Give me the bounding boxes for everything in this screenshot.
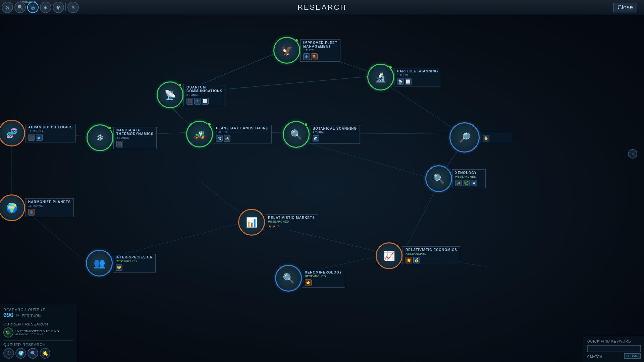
tech-node-relativistic-economics[interactable]: 📈 RELATIVISTIC ECONOMICS RESEARCHED ⭐ 💰 (376, 242, 460, 269)
close-button[interactable]: Close (613, 3, 637, 12)
tech-icon-harmonize-planets: 🌍 (0, 194, 25, 221)
tech-sub-icon: 🏗 (216, 135, 223, 142)
tech-icon-symbol: 📡 (164, 89, 176, 101)
nav-icon-overview[interactable]: ⊙ (2, 2, 13, 13)
tech-sub-icon: 🌿 (463, 180, 470, 186)
tech-icon-symbol: 📈 (383, 250, 395, 261)
tech-turns: 1 TURN (303, 49, 337, 52)
tech-icons-row: ✋ (483, 135, 510, 141)
tech-sub-icon: ⬛ (116, 141, 123, 147)
tech-icon-symbol: 🚜 (194, 129, 206, 140)
right-circle-button[interactable]: ○ (628, 149, 637, 159)
queued-icon-1[interactable]: 🛡 (3, 348, 14, 359)
tech-node-xenominerology[interactable]: 🔍 XENOMINEROLOGY RESEARCHED ⭐ (275, 265, 345, 292)
tech-node-advanced-biologics[interactable]: 🧬 ADVANCED BIOLOGICS 11 TURNS ⬛ 🐟 (0, 120, 76, 146)
nav-icon-missions[interactable]: ◈ (40, 2, 51, 13)
tech-icons-row: ✨ 🌿 ◆ (455, 180, 483, 186)
current-research-name: HYPERMAGNETIC SHIELDING (15, 329, 73, 333)
window-title: Research (298, 3, 346, 12)
tech-node-botanical-scanning[interactable]: 🔍 BOTANICAL SCANNING 1 TURN 🌊 (283, 121, 360, 148)
tech-node-planetary-landscaping[interactable]: 🚜 PLANETARY LANDSCAPING 1 TURN 🏗 🚜 (186, 121, 272, 147)
tech-info-quantum-communications: QUANTUMCOMMUNICATIONS 3 TURNS ⬛ ✈ ⬜ (183, 84, 225, 106)
tech-info-xenology: XENOLOGY RESEARCHED ✨ 🌿 ◆ (452, 169, 486, 188)
tech-turns: RESEARCHED (406, 252, 457, 255)
tech-icons-row: 🏗 🚜 (216, 135, 269, 142)
queued-icon-3[interactable]: 🔍 (28, 348, 38, 359)
tech-name: PARTICLE SCANNING (397, 69, 438, 73)
tech-node-relativistic-markets[interactable]: 📊 RELATIVISTIC MARKETS RESEARCHED ★ ★ ★ (238, 209, 318, 236)
tech-dot-nanoscale-thermodynamics (108, 126, 112, 130)
tech-info-botanical-scanning: BOTANICAL SCANNING 1 TURN 🌊 (310, 125, 360, 144)
tech-info-harmonize-planets: HARMONIZE PLANETS 11 TURNS 👤 (25, 198, 74, 217)
queued-icon-4[interactable]: 🌟 (40, 348, 50, 359)
tech-node-inter-species-hr[interactable]: 👥 INTER-SPECIES HR RESEARCHED 🤝 (86, 250, 156, 277)
tech-icon-symbol: 🔎 (459, 132, 471, 143)
tech-node-harmonize-planets[interactable]: 🌍 HARMONIZE PLANETS 11 TURNS 👤 (0, 194, 74, 221)
quick-find-input[interactable] (587, 345, 641, 352)
research-output-value: 696 (3, 312, 13, 319)
tech-info-relativistic-markets: RELATIVISTIC MARKETS RESEARCHED ★ ★ ★ (265, 214, 318, 230)
tech-dot-particle-scanning (388, 65, 392, 69)
connections-svg (0, 15, 644, 362)
tech-node-xenology[interactable]: 🔍 XENOLOGY RESEARCHED ✨ 🌿 ◆ (425, 165, 486, 192)
quick-find-label: QUICK FIND KEYWORD (587, 340, 641, 343)
tech-sub-icon: 🐟 (36, 134, 43, 141)
current-research-item: 🛡 HYPERMAGNETIC SHIELDING 415/10500 15 T… (3, 327, 73, 338)
nav-icon-diplomacy[interactable]: ◉ (53, 2, 64, 13)
tech-icons-row: 👤 (28, 209, 71, 216)
tech-icon-symbol: 📊 (246, 217, 258, 228)
tech-turns: 1 TURN (397, 73, 438, 77)
tech-icon-planetary-landscaping: 🚜 (186, 121, 213, 147)
tech-sub-icon: ⬛ (28, 134, 35, 141)
quick-find-input-row[interactable] (587, 345, 641, 352)
research-canvas[interactable]: 🦅 IMPROVED FLEETMANAGEMENT 1 TURN ✈ ⚙ 🔬 … (0, 15, 644, 362)
tech-sub-icon: ⬛ (186, 98, 193, 105)
tech-icon-advanced-biologics: 🧬 (0, 120, 25, 146)
tech-sub-icon: 📡 (397, 78, 404, 85)
tech-node-xenology-right[interactable]: 🔎 ✋ (449, 122, 513, 153)
locate-button[interactable]: LOCATE (624, 353, 641, 359)
tech-turns: RESEARCHED (455, 175, 483, 178)
tech-sub-icon: ⬜ (202, 98, 209, 105)
tech-sub-icon: ⭐ (305, 279, 312, 286)
tech-name: RELATIVISTIC ECONOMICS (406, 248, 457, 252)
research-output-label: RESEARCH OUTPUT (3, 308, 73, 312)
tech-name: IMPROVED FLEETMANAGEMENT (303, 41, 337, 48)
tech-icon-relativistic-markets: 📊 (238, 209, 265, 236)
tech-sub-icon: ✈ (194, 98, 201, 105)
nav-icon-globe[interactable]: 🔍 (14, 2, 26, 13)
tech-sub-icon: ✨ (455, 180, 462, 186)
tech-node-nanoscale-thermodynamics[interactable]: ❄ NANOSCALETHERMODYNAMICS 3 TURNS ⬛ (87, 124, 157, 151)
tech-icons-row: 🌊 (313, 135, 357, 142)
tech-sub-icon: 🚜 (224, 135, 230, 142)
tech-node-quantum-communications[interactable]: 📡 QUANTUMCOMMUNICATIONS 3 TURNS ⬛ ✈ ⬜ (157, 81, 225, 108)
tech-icon-xenology-right: 🔎 (449, 122, 480, 153)
title-bar: ⊙ 🔍 ◎ ◈ ◉ ✕ SHIELDING Research Close (0, 0, 644, 15)
tech-name: PLANETARY LANDSCAPING (216, 126, 269, 130)
tech-sub-icon: ⭐ (406, 257, 412, 263)
tech-sub-icon: ◆ (471, 180, 477, 186)
tech-icon-improved-fleet-management: 🦅 (273, 37, 300, 64)
tech-node-particle-scanning[interactable]: 🔬 PARTICLE SCANNING 1 TURN 📡 ⬜ (367, 64, 441, 90)
tech-icon-quantum-communications: 📡 (157, 81, 183, 108)
tech-dot-planetary-landscaping (207, 122, 211, 126)
tech-icons-row: ⭐ 💰 (406, 257, 457, 263)
tech-icon-particle-scanning: 🔬 (367, 64, 394, 90)
tech-turns: 3 TURNS (186, 93, 222, 97)
tech-icons-row: ⭐ (305, 279, 342, 286)
tech-icon-relativistic-economics: 📈 (376, 242, 402, 269)
tech-icon-symbol: 🔍 (290, 129, 302, 140)
tech-dot-quantum-communications (178, 83, 182, 87)
tech-info-advanced-biologics: ADVANCED BIOLOGICS 11 TURNS ⬛ 🐟 (25, 124, 76, 142)
current-research-progress: 415/10500 15 TURNS (15, 333, 73, 336)
tech-icon-symbol: 🧬 (6, 128, 18, 139)
tech-icons-row: ✈ ⚙ (303, 53, 337, 60)
tech-node-improved-fleet-management[interactable]: 🦅 IMPROVED FLEETMANAGEMENT 1 TURN ✈ ⚙ (273, 37, 340, 64)
nav-icon-close[interactable]: ✕ (67, 2, 79, 13)
tech-info-xenology-right: ✋ (480, 132, 513, 143)
queued-icon-2[interactable]: 🌍 (15, 348, 26, 359)
tech-info-nanoscale-thermodynamics: NANOSCALETHERMODYNAMICS 3 TURNS ⬛ (113, 127, 157, 149)
tech-sub-icon: 🌊 (313, 135, 319, 142)
nav-icon-ships[interactable]: ◎ (27, 2, 39, 13)
star-row: ★ ★ ★ (268, 224, 315, 229)
